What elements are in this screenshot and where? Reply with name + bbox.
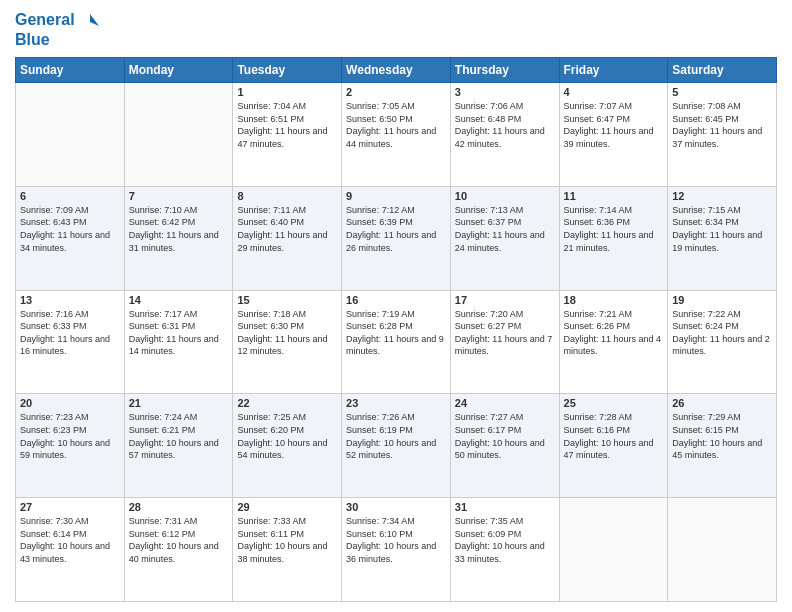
day-number: 22 xyxy=(237,397,337,409)
calendar-day-cell: 21Sunrise: 7:24 AMSunset: 6:21 PMDayligh… xyxy=(124,394,233,498)
day-number: 1 xyxy=(237,86,337,98)
calendar-week-row: 13Sunrise: 7:16 AMSunset: 6:33 PMDayligh… xyxy=(16,290,777,394)
day-info: Sunrise: 7:20 AMSunset: 6:27 PMDaylight:… xyxy=(455,308,555,358)
col-tuesday: Tuesday xyxy=(233,57,342,82)
day-number: 20 xyxy=(20,397,120,409)
day-info: Sunrise: 7:31 AMSunset: 6:12 PMDaylight:… xyxy=(129,515,229,565)
day-info: Sunrise: 7:18 AMSunset: 6:30 PMDaylight:… xyxy=(237,308,337,358)
day-info: Sunrise: 7:07 AMSunset: 6:47 PMDaylight:… xyxy=(564,100,664,150)
calendar-day-cell: 10Sunrise: 7:13 AMSunset: 6:37 PMDayligh… xyxy=(450,186,559,290)
day-info: Sunrise: 7:08 AMSunset: 6:45 PMDaylight:… xyxy=(672,100,772,150)
calendar-day-cell: 6Sunrise: 7:09 AMSunset: 6:43 PMDaylight… xyxy=(16,186,125,290)
day-number: 30 xyxy=(346,501,446,513)
day-number: 6 xyxy=(20,190,120,202)
day-info: Sunrise: 7:15 AMSunset: 6:34 PMDaylight:… xyxy=(672,204,772,254)
day-info: Sunrise: 7:34 AMSunset: 6:10 PMDaylight:… xyxy=(346,515,446,565)
calendar-day-cell: 7Sunrise: 7:10 AMSunset: 6:42 PMDaylight… xyxy=(124,186,233,290)
day-info: Sunrise: 7:25 AMSunset: 6:20 PMDaylight:… xyxy=(237,411,337,461)
day-number: 14 xyxy=(129,294,229,306)
calendar-header-row: Sunday Monday Tuesday Wednesday Thursday… xyxy=(16,57,777,82)
col-thursday: Thursday xyxy=(450,57,559,82)
calendar-day-cell: 8Sunrise: 7:11 AMSunset: 6:40 PMDaylight… xyxy=(233,186,342,290)
calendar-day-cell: 23Sunrise: 7:26 AMSunset: 6:19 PMDayligh… xyxy=(342,394,451,498)
calendar-day-cell: 9Sunrise: 7:12 AMSunset: 6:39 PMDaylight… xyxy=(342,186,451,290)
day-info: Sunrise: 7:28 AMSunset: 6:16 PMDaylight:… xyxy=(564,411,664,461)
calendar-day-cell: 1Sunrise: 7:04 AMSunset: 6:51 PMDaylight… xyxy=(233,82,342,186)
logo: General Blue xyxy=(15,10,99,49)
logo-blue-text: Blue xyxy=(15,30,99,49)
calendar-day-cell xyxy=(668,498,777,602)
calendar-day-cell: 28Sunrise: 7:31 AMSunset: 6:12 PMDayligh… xyxy=(124,498,233,602)
calendar-day-cell: 4Sunrise: 7:07 AMSunset: 6:47 PMDaylight… xyxy=(559,82,668,186)
calendar-day-cell: 11Sunrise: 7:14 AMSunset: 6:36 PMDayligh… xyxy=(559,186,668,290)
calendar-day-cell: 12Sunrise: 7:15 AMSunset: 6:34 PMDayligh… xyxy=(668,186,777,290)
calendar-week-row: 6Sunrise: 7:09 AMSunset: 6:43 PMDaylight… xyxy=(16,186,777,290)
day-number: 28 xyxy=(129,501,229,513)
day-info: Sunrise: 7:23 AMSunset: 6:23 PMDaylight:… xyxy=(20,411,120,461)
day-number: 23 xyxy=(346,397,446,409)
day-info: Sunrise: 7:33 AMSunset: 6:11 PMDaylight:… xyxy=(237,515,337,565)
col-saturday: Saturday xyxy=(668,57,777,82)
day-number: 26 xyxy=(672,397,772,409)
day-info: Sunrise: 7:24 AMSunset: 6:21 PMDaylight:… xyxy=(129,411,229,461)
day-info: Sunrise: 7:29 AMSunset: 6:15 PMDaylight:… xyxy=(672,411,772,461)
day-info: Sunrise: 7:27 AMSunset: 6:17 PMDaylight:… xyxy=(455,411,555,461)
calendar-day-cell: 17Sunrise: 7:20 AMSunset: 6:27 PMDayligh… xyxy=(450,290,559,394)
day-number: 2 xyxy=(346,86,446,98)
day-info: Sunrise: 7:10 AMSunset: 6:42 PMDaylight:… xyxy=(129,204,229,254)
day-number: 11 xyxy=(564,190,664,202)
calendar-day-cell: 24Sunrise: 7:27 AMSunset: 6:17 PMDayligh… xyxy=(450,394,559,498)
calendar-day-cell: 18Sunrise: 7:21 AMSunset: 6:26 PMDayligh… xyxy=(559,290,668,394)
calendar-day-cell xyxy=(124,82,233,186)
day-info: Sunrise: 7:26 AMSunset: 6:19 PMDaylight:… xyxy=(346,411,446,461)
day-number: 5 xyxy=(672,86,772,98)
day-number: 9 xyxy=(346,190,446,202)
day-info: Sunrise: 7:09 AMSunset: 6:43 PMDaylight:… xyxy=(20,204,120,254)
day-number: 19 xyxy=(672,294,772,306)
calendar-day-cell: 19Sunrise: 7:22 AMSunset: 6:24 PMDayligh… xyxy=(668,290,777,394)
calendar-day-cell: 30Sunrise: 7:34 AMSunset: 6:10 PMDayligh… xyxy=(342,498,451,602)
col-wednesday: Wednesday xyxy=(342,57,451,82)
day-number: 15 xyxy=(237,294,337,306)
calendar-day-cell: 26Sunrise: 7:29 AMSunset: 6:15 PMDayligh… xyxy=(668,394,777,498)
logo-text: General xyxy=(15,10,99,30)
calendar-day-cell: 27Sunrise: 7:30 AMSunset: 6:14 PMDayligh… xyxy=(16,498,125,602)
calendar-week-row: 27Sunrise: 7:30 AMSunset: 6:14 PMDayligh… xyxy=(16,498,777,602)
day-info: Sunrise: 7:05 AMSunset: 6:50 PMDaylight:… xyxy=(346,100,446,150)
calendar-day-cell: 31Sunrise: 7:35 AMSunset: 6:09 PMDayligh… xyxy=(450,498,559,602)
day-info: Sunrise: 7:04 AMSunset: 6:51 PMDaylight:… xyxy=(237,100,337,150)
calendar-day-cell: 3Sunrise: 7:06 AMSunset: 6:48 PMDaylight… xyxy=(450,82,559,186)
day-number: 3 xyxy=(455,86,555,98)
day-number: 24 xyxy=(455,397,555,409)
day-info: Sunrise: 7:13 AMSunset: 6:37 PMDaylight:… xyxy=(455,204,555,254)
calendar-week-row: 1Sunrise: 7:04 AMSunset: 6:51 PMDaylight… xyxy=(16,82,777,186)
day-info: Sunrise: 7:30 AMSunset: 6:14 PMDaylight:… xyxy=(20,515,120,565)
col-monday: Monday xyxy=(124,57,233,82)
calendar-week-row: 20Sunrise: 7:23 AMSunset: 6:23 PMDayligh… xyxy=(16,394,777,498)
header: General Blue xyxy=(15,10,777,49)
day-info: Sunrise: 7:06 AMSunset: 6:48 PMDaylight:… xyxy=(455,100,555,150)
day-number: 13 xyxy=(20,294,120,306)
calendar-day-cell xyxy=(16,82,125,186)
day-info: Sunrise: 7:35 AMSunset: 6:09 PMDaylight:… xyxy=(455,515,555,565)
day-number: 18 xyxy=(564,294,664,306)
calendar-day-cell: 13Sunrise: 7:16 AMSunset: 6:33 PMDayligh… xyxy=(16,290,125,394)
calendar-day-cell: 15Sunrise: 7:18 AMSunset: 6:30 PMDayligh… xyxy=(233,290,342,394)
logo-wing-icon xyxy=(81,12,99,30)
day-info: Sunrise: 7:21 AMSunset: 6:26 PMDaylight:… xyxy=(564,308,664,358)
day-number: 21 xyxy=(129,397,229,409)
calendar-day-cell: 22Sunrise: 7:25 AMSunset: 6:20 PMDayligh… xyxy=(233,394,342,498)
day-number: 29 xyxy=(237,501,337,513)
day-number: 7 xyxy=(129,190,229,202)
calendar-table: Sunday Monday Tuesday Wednesday Thursday… xyxy=(15,57,777,602)
day-number: 8 xyxy=(237,190,337,202)
day-number: 17 xyxy=(455,294,555,306)
calendar-day-cell: 2Sunrise: 7:05 AMSunset: 6:50 PMDaylight… xyxy=(342,82,451,186)
col-friday: Friday xyxy=(559,57,668,82)
calendar-day-cell: 5Sunrise: 7:08 AMSunset: 6:45 PMDaylight… xyxy=(668,82,777,186)
day-info: Sunrise: 7:12 AMSunset: 6:39 PMDaylight:… xyxy=(346,204,446,254)
day-number: 16 xyxy=(346,294,446,306)
day-number: 25 xyxy=(564,397,664,409)
day-number: 27 xyxy=(20,501,120,513)
calendar-day-cell: 20Sunrise: 7:23 AMSunset: 6:23 PMDayligh… xyxy=(16,394,125,498)
